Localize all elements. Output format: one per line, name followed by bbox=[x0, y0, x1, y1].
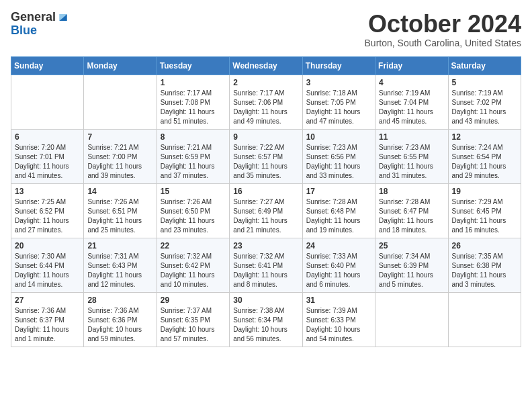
weekday-header-sunday: Sunday bbox=[11, 56, 84, 75]
calendar-week-3: 13Sunrise: 7:25 AM Sunset: 6:52 PM Dayli… bbox=[11, 183, 521, 238]
calendar-cell bbox=[375, 292, 448, 347]
day-number: 8 bbox=[161, 132, 226, 142]
logo-general-text: General bbox=[11, 11, 56, 24]
day-number: 24 bbox=[306, 241, 371, 250]
calendar-cell: 20Sunrise: 7:30 AM Sunset: 6:44 PM Dayli… bbox=[11, 238, 84, 292]
day-number: 5 bbox=[452, 78, 517, 87]
calendar-cell: 7Sunrise: 7:21 AM Sunset: 7:00 PM Daylig… bbox=[84, 129, 157, 183]
calendar-cell bbox=[11, 75, 84, 129]
day-info: Sunrise: 7:23 AM Sunset: 6:55 PM Dayligh… bbox=[379, 143, 444, 181]
day-number: 23 bbox=[233, 241, 298, 250]
calendar-cell: 28Sunrise: 7:36 AM Sunset: 6:36 PM Dayli… bbox=[84, 292, 157, 347]
day-number: 10 bbox=[306, 132, 371, 142]
weekday-header-thursday: Thursday bbox=[302, 56, 375, 75]
calendar-week-4: 20Sunrise: 7:30 AM Sunset: 6:44 PM Dayli… bbox=[11, 238, 521, 292]
day-info: Sunrise: 7:23 AM Sunset: 6:56 PM Dayligh… bbox=[306, 143, 371, 181]
day-info: Sunrise: 7:38 AM Sunset: 6:34 PM Dayligh… bbox=[233, 306, 298, 344]
day-number: 27 bbox=[15, 295, 80, 305]
day-info: Sunrise: 7:17 AM Sunset: 7:06 PM Dayligh… bbox=[233, 89, 298, 126]
day-number: 13 bbox=[15, 187, 80, 196]
calendar-body: 1Sunrise: 7:17 AM Sunset: 7:08 PM Daylig… bbox=[11, 75, 521, 347]
day-info: Sunrise: 7:21 AM Sunset: 7:00 PM Dayligh… bbox=[87, 143, 152, 181]
day-number: 28 bbox=[87, 295, 152, 305]
day-number: 31 bbox=[306, 295, 371, 305]
day-number: 20 bbox=[15, 241, 80, 250]
day-info: Sunrise: 7:25 AM Sunset: 6:52 PM Dayligh… bbox=[15, 197, 80, 235]
calendar-cell: 21Sunrise: 7:31 AM Sunset: 6:43 PM Dayli… bbox=[84, 238, 157, 292]
day-number: 18 bbox=[379, 187, 444, 196]
day-info: Sunrise: 7:17 AM Sunset: 7:08 PM Dayligh… bbox=[161, 89, 226, 126]
day-info: Sunrise: 7:31 AM Sunset: 6:43 PM Dayligh… bbox=[87, 252, 152, 289]
day-number: 3 bbox=[306, 78, 371, 87]
calendar-cell: 29Sunrise: 7:37 AM Sunset: 6:35 PM Dayli… bbox=[157, 292, 229, 347]
day-number: 2 bbox=[233, 78, 298, 87]
day-number: 9 bbox=[233, 132, 298, 142]
day-info: Sunrise: 7:32 AM Sunset: 6:42 PM Dayligh… bbox=[161, 252, 226, 289]
page-header: General Blue October 2024 Burton, South … bbox=[11, 11, 521, 48]
day-number: 17 bbox=[306, 187, 371, 196]
day-number: 14 bbox=[87, 187, 152, 196]
calendar-cell: 17Sunrise: 7:28 AM Sunset: 6:48 PM Dayli… bbox=[302, 183, 375, 238]
calendar-cell: 3Sunrise: 7:18 AM Sunset: 7:05 PM Daylig… bbox=[302, 75, 375, 129]
calendar-cell: 2Sunrise: 7:17 AM Sunset: 7:06 PM Daylig… bbox=[230, 75, 302, 129]
day-info: Sunrise: 7:36 AM Sunset: 6:36 PM Dayligh… bbox=[87, 306, 152, 344]
calendar-cell: 11Sunrise: 7:23 AM Sunset: 6:55 PM Dayli… bbox=[375, 129, 448, 183]
day-info: Sunrise: 7:35 AM Sunset: 6:38 PM Dayligh… bbox=[452, 252, 517, 289]
day-number: 6 bbox=[15, 132, 80, 142]
day-info: Sunrise: 7:28 AM Sunset: 6:47 PM Dayligh… bbox=[379, 197, 444, 235]
day-info: Sunrise: 7:22 AM Sunset: 6:57 PM Dayligh… bbox=[233, 143, 298, 181]
day-info: Sunrise: 7:29 AM Sunset: 6:45 PM Dayligh… bbox=[452, 197, 517, 235]
weekday-header-row: SundayMondayTuesdayWednesdayThursdayFrid… bbox=[11, 56, 521, 75]
day-info: Sunrise: 7:19 AM Sunset: 7:04 PM Dayligh… bbox=[379, 89, 444, 126]
day-info: Sunrise: 7:20 AM Sunset: 7:01 PM Dayligh… bbox=[15, 143, 80, 181]
calendar-cell: 27Sunrise: 7:36 AM Sunset: 6:37 PM Dayli… bbox=[11, 292, 84, 347]
calendar-table: SundayMondayTuesdayWednesdayThursdayFrid… bbox=[11, 56, 521, 347]
calendar-week-2: 6Sunrise: 7:20 AM Sunset: 7:01 PM Daylig… bbox=[11, 129, 521, 183]
weekday-header-monday: Monday bbox=[84, 56, 157, 75]
day-number: 22 bbox=[161, 241, 226, 250]
calendar-cell: 24Sunrise: 7:33 AM Sunset: 6:40 PM Dayli… bbox=[302, 238, 375, 292]
day-number: 25 bbox=[379, 241, 444, 250]
calendar-cell bbox=[448, 292, 521, 347]
calendar-cell: 31Sunrise: 7:39 AM Sunset: 6:33 PM Dayli… bbox=[302, 292, 375, 347]
calendar-cell: 10Sunrise: 7:23 AM Sunset: 6:56 PM Dayli… bbox=[302, 129, 375, 183]
day-info: Sunrise: 7:36 AM Sunset: 6:37 PM Dayligh… bbox=[15, 306, 80, 344]
day-info: Sunrise: 7:27 AM Sunset: 6:49 PM Dayligh… bbox=[233, 197, 298, 235]
calendar-cell: 30Sunrise: 7:38 AM Sunset: 6:34 PM Dayli… bbox=[230, 292, 302, 347]
calendar-cell: 12Sunrise: 7:24 AM Sunset: 6:54 PM Dayli… bbox=[448, 129, 521, 183]
day-number: 21 bbox=[87, 241, 152, 250]
day-info: Sunrise: 7:18 AM Sunset: 7:05 PM Dayligh… bbox=[306, 89, 371, 126]
calendar-header: SundayMondayTuesdayWednesdayThursdayFrid… bbox=[11, 56, 521, 75]
location-text: Burton, South Carolina, United States bbox=[365, 38, 521, 48]
calendar-cell: 5Sunrise: 7:19 AM Sunset: 7:02 PM Daylig… bbox=[448, 75, 521, 129]
weekday-header-friday: Friday bbox=[375, 56, 448, 75]
day-number: 19 bbox=[452, 187, 517, 196]
day-info: Sunrise: 7:32 AM Sunset: 6:41 PM Dayligh… bbox=[233, 252, 298, 289]
day-number: 7 bbox=[87, 132, 152, 142]
logo-blue-text: Blue bbox=[11, 24, 37, 38]
calendar-cell: 4Sunrise: 7:19 AM Sunset: 7:04 PM Daylig… bbox=[375, 75, 448, 129]
calendar-cell: 6Sunrise: 7:20 AM Sunset: 7:01 PM Daylig… bbox=[11, 129, 84, 183]
logo-icon bbox=[57, 13, 69, 22]
weekday-header-wednesday: Wednesday bbox=[230, 56, 302, 75]
day-number: 16 bbox=[233, 187, 298, 196]
title-block: October 2024 Burton, South Carolina, Uni… bbox=[365, 11, 521, 48]
calendar-cell: 8Sunrise: 7:21 AM Sunset: 6:59 PM Daylig… bbox=[157, 129, 229, 183]
calendar-cell: 23Sunrise: 7:32 AM Sunset: 6:41 PM Dayli… bbox=[230, 238, 302, 292]
calendar-cell: 18Sunrise: 7:28 AM Sunset: 6:47 PM Dayli… bbox=[375, 183, 448, 238]
calendar-cell: 15Sunrise: 7:26 AM Sunset: 6:50 PM Dayli… bbox=[157, 183, 229, 238]
calendar-cell: 14Sunrise: 7:26 AM Sunset: 6:51 PM Dayli… bbox=[84, 183, 157, 238]
day-number: 29 bbox=[161, 295, 226, 305]
day-info: Sunrise: 7:30 AM Sunset: 6:44 PM Dayligh… bbox=[15, 252, 80, 289]
calendar-cell: 26Sunrise: 7:35 AM Sunset: 6:38 PM Dayli… bbox=[448, 238, 521, 292]
day-number: 1 bbox=[161, 78, 226, 87]
calendar-cell: 1Sunrise: 7:17 AM Sunset: 7:08 PM Daylig… bbox=[157, 75, 229, 129]
day-info: Sunrise: 7:24 AM Sunset: 6:54 PM Dayligh… bbox=[452, 143, 517, 181]
day-number: 12 bbox=[452, 132, 517, 142]
weekday-header-tuesday: Tuesday bbox=[157, 56, 229, 75]
day-info: Sunrise: 7:19 AM Sunset: 7:02 PM Dayligh… bbox=[452, 89, 517, 126]
calendar-cell: 9Sunrise: 7:22 AM Sunset: 6:57 PM Daylig… bbox=[230, 129, 302, 183]
calendar-week-1: 1Sunrise: 7:17 AM Sunset: 7:08 PM Daylig… bbox=[11, 75, 521, 129]
calendar-cell bbox=[84, 75, 157, 129]
calendar-cell: 19Sunrise: 7:29 AM Sunset: 6:45 PM Dayli… bbox=[448, 183, 521, 238]
